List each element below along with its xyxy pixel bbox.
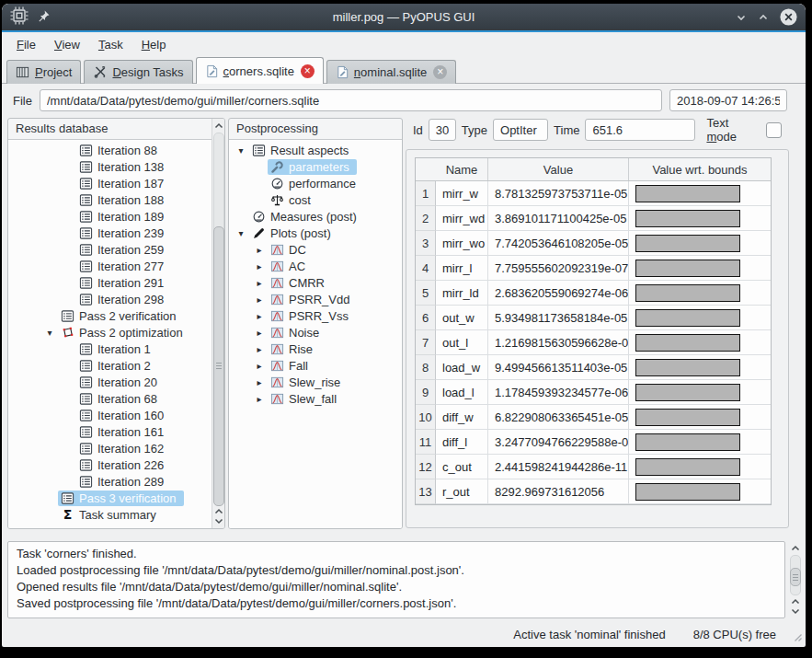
param-value-cell[interactable]: 3.2477094766229588e-06 [488, 430, 629, 455]
param-value-cell[interactable]: 3.869101171100425e-05 [488, 206, 629, 231]
tree-item[interactable]: parameters [229, 158, 402, 175]
param-value-cell[interactable]: 6.822908063365451e-05 [488, 405, 629, 430]
tree-item[interactable]: Pass 2 optimization [8, 324, 212, 341]
tree-item[interactable]: Σ Task summary [8, 506, 212, 523]
tree-item[interactable]: Iteration 188 [8, 191, 212, 208]
tree-item[interactable]: Slew_rise [229, 374, 402, 390]
tree-item[interactable]: Iteration 88 [8, 142, 212, 158]
expander-icon[interactable] [251, 294, 268, 305]
type-field[interactable] [493, 119, 548, 141]
param-name-cell[interactable]: load_l [436, 380, 488, 405]
tree-item[interactable]: PSRR_Vdd [229, 291, 402, 307]
tab[interactable]: Design Tasks [84, 60, 192, 84]
tree-item[interactable]: Measures (post) [229, 208, 402, 225]
results-scrollbar[interactable] [212, 119, 224, 528]
table-row[interactable]: 7 out_l 1.2169815630596628e-06 [416, 330, 771, 355]
tree-item[interactable]: Iteration 161 [8, 423, 212, 440]
tree-item[interactable]: Iteration 189 [8, 208, 212, 225]
scroll-up-icon[interactable] [791, 544, 800, 553]
table-row[interactable]: 1 mirr_w 8.781325973753711e-05 [416, 181, 771, 206]
scroll-thumb[interactable] [790, 568, 801, 586]
tab[interactable]: Project [6, 60, 81, 84]
tree-item[interactable]: Iteration 68 [8, 390, 212, 407]
menu-item[interactable]: View [45, 34, 89, 55]
scroll-up-icon[interactable] [791, 597, 800, 606]
table-row[interactable]: 10 diff_w 6.822908063365451e-05 [416, 405, 771, 430]
file-path-input[interactable] [40, 89, 662, 111]
table-row[interactable]: 2 mirr_wd 3.869101171100425e-05 [416, 206, 771, 231]
table-row[interactable]: 4 mirr_l 7.759555602092319e-07 [416, 256, 771, 281]
param-value-cell[interactable]: 8292.969731612056 [488, 479, 629, 504]
expander-icon[interactable] [251, 245, 268, 255]
param-name-cell[interactable]: mirr_wo [436, 231, 488, 256]
tab-close-button[interactable] [301, 64, 315, 78]
param-value-cell[interactable]: 7.742053646108205e-05 [488, 231, 629, 256]
tree-item[interactable]: Iteration 187 [8, 175, 212, 191]
param-name-cell[interactable]: diff_w [436, 405, 488, 430]
menu-item[interactable]: File [7, 34, 45, 55]
expander-icon[interactable] [41, 328, 58, 338]
expander-icon[interactable] [251, 261, 268, 271]
expander-icon[interactable] [251, 361, 268, 371]
param-name-cell[interactable]: c_out [436, 455, 488, 479]
scroll-down-icon[interactable] [214, 516, 223, 525]
tree-item[interactable]: DC [229, 241, 402, 258]
table-row[interactable]: 13 r_out 8292.969731612056 [416, 479, 771, 504]
tree-item[interactable]: Iteration 138 [8, 158, 212, 175]
tab-close-button[interactable] [433, 65, 447, 79]
param-name-cell[interactable]: mirr_l [436, 256, 488, 281]
tree-item[interactable]: Iteration 259 [8, 241, 212, 258]
tree-item[interactable]: Iteration 226 [8, 456, 212, 473]
param-name-cell[interactable]: out_w [436, 306, 488, 330]
expander-icon[interactable] [251, 377, 268, 387]
param-value-cell[interactable]: 8.781325973753711e-05 [488, 181, 629, 206]
tree-item[interactable]: Iteration 277 [8, 258, 212, 274]
tree-item[interactable]: performance [229, 175, 402, 191]
text-mode-checkbox[interactable] [766, 122, 782, 138]
tab[interactable]: nominal.sqlite [326, 60, 457, 84]
tree-item[interactable]: Iteration 289 [8, 473, 212, 490]
tree-item[interactable]: Iteration 2 [8, 357, 212, 374]
tree-item[interactable]: Iteration 160 [8, 407, 212, 423]
param-name-cell[interactable]: load_w [436, 355, 488, 380]
tree-item[interactable]: Iteration 20 [8, 374, 212, 390]
titlebar[interactable]: miller.pog — PyOPUS GUI [2, 4, 806, 32]
tree-item[interactable]: Iteration 1 [8, 341, 212, 357]
log-scrollbar[interactable] [789, 543, 802, 617]
param-name-cell[interactable]: diff_l [436, 430, 488, 455]
scroll-up-icon[interactable] [214, 121, 223, 131]
tree-item[interactable]: CMRR [229, 274, 402, 291]
param-value-cell[interactable]: 9.499456613511403e-05 [488, 355, 629, 380]
resize-grip-icon[interactable] [791, 630, 803, 645]
param-name-cell[interactable]: mirr_w [436, 181, 488, 206]
time-field[interactable] [585, 119, 695, 141]
expander-icon[interactable] [251, 278, 268, 288]
maximize-button[interactable] [757, 11, 770, 24]
tab[interactable]: corners.sqlite [196, 57, 324, 84]
tree-item[interactable]: Iteration 291 [8, 274, 212, 291]
table-row[interactable]: 5 mirr_ld 2.683620559069274e-06 [416, 281, 771, 306]
file-timestamp-field[interactable] [669, 89, 787, 111]
table-row[interactable]: 9 load_l 1.178459393234577e-06 [416, 380, 771, 405]
scroll-thumb[interactable] [213, 226, 224, 506]
id-field[interactable] [429, 119, 456, 141]
minimize-button[interactable] [735, 11, 748, 24]
tree-item[interactable]: PSRR_Vss [229, 307, 402, 324]
scroll-down-icon[interactable] [791, 606, 800, 616]
column-header-name[interactable]: Name [436, 158, 488, 180]
column-header-value[interactable]: Value [488, 158, 629, 180]
tree-item[interactable]: Plots (post) [229, 225, 402, 241]
table-row[interactable]: 11 diff_l 3.2477094766229588e-06 [416, 430, 771, 455]
tree-item[interactable]: cost [229, 191, 402, 208]
expander-icon[interactable] [251, 394, 268, 404]
pin-icon[interactable] [37, 9, 51, 26]
tree-item[interactable]: Iteration 162 [8, 440, 212, 456]
tree-item[interactable]: Pass 2 verification [8, 307, 212, 324]
param-value-cell[interactable]: 1.2169815630596628e-06 [488, 330, 629, 355]
close-button[interactable] [779, 7, 798, 27]
tree-item[interactable]: Iteration 298 [8, 291, 212, 307]
expander-icon[interactable] [251, 344, 268, 354]
menu-item[interactable]: Task [89, 34, 132, 55]
tree-item[interactable]: Iteration 239 [8, 225, 212, 241]
param-name-cell[interactable]: mirr_ld [436, 281, 488, 306]
